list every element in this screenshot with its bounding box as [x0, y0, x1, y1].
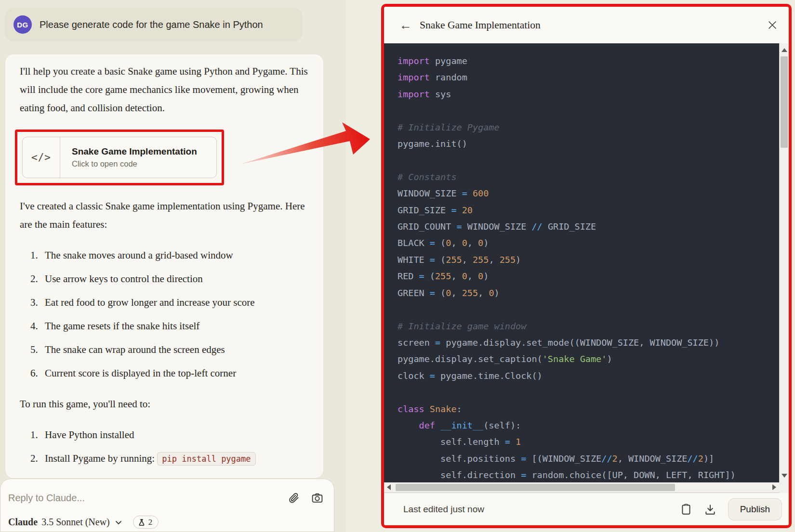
user-message-bubble: DG Please generate code for the game Sna…: [5, 8, 303, 41]
feature-item: The snake can wrap around the screen edg…: [30, 340, 264, 359]
feature-item: The snake moves around a grid-based wind…: [30, 246, 264, 264]
run-intro: To run this game, you'll need to:: [20, 395, 309, 413]
feature-item: Current score is displayed in the top-le…: [30, 364, 264, 382]
scroll-left-arrow[interactable]: [387, 484, 391, 490]
assistant-message-card: I'll help you create a basic Snake game …: [5, 54, 324, 479]
user-message-text: Please generate code for the game Snake …: [40, 19, 263, 30]
clipboard-icon: [680, 503, 692, 516]
run-steps-list: Have Python installed Install Pygame by …: [20, 426, 309, 468]
user-avatar: DG: [13, 15, 32, 34]
feature-list: The snake moves around a grid-based wind…: [20, 246, 309, 382]
features-intro: I've created a classic Snake game implem…: [20, 197, 309, 234]
artifact-title: Snake Game Implementation: [72, 146, 216, 157]
screenshot-button[interactable]: [311, 492, 323, 504]
reply-input[interactable]: Reply to Claude...: [8, 493, 288, 504]
close-button[interactable]: [765, 17, 780, 33]
vertical-scrollbar[interactable]: [779, 43, 789, 482]
panel-footer: Last edited just now Publish: [384, 493, 789, 525]
run-step: Have Python installed: [30, 426, 264, 444]
model-version: 3.5 Sonnet (New): [41, 517, 110, 528]
artifact-subtitle: Click to open code: [72, 159, 216, 169]
arrow-left-icon: ←: [399, 18, 412, 33]
scroll-up-arrow[interactable]: [782, 48, 787, 52]
paperclip-icon: [288, 492, 300, 504]
panel-title: Snake Game Implementation: [420, 7, 541, 43]
camera-icon: [311, 492, 323, 504]
close-icon: [767, 20, 778, 30]
attach-button[interactable]: [288, 492, 300, 504]
model-selector[interactable]: Claude 3.5 Sonnet (New) 2: [8, 516, 159, 529]
code-icon: </>: [31, 152, 51, 163]
badge-count: 2: [148, 518, 153, 527]
download-icon: [704, 503, 716, 516]
chevron-down-icon: [115, 519, 122, 526]
download-button[interactable]: [704, 503, 716, 516]
inline-code: pip install pygame: [157, 452, 255, 466]
scrollbar-corner: [779, 482, 789, 493]
panel-header: ← Snake Game Implementation: [384, 7, 789, 43]
code-content: import pygameimport randomimport sys # I…: [384, 43, 779, 482]
last-edited-status: Last edited just now: [403, 504, 484, 515]
feature-item: The game resets if the snake hits itself: [30, 317, 264, 335]
flask-icon: [138, 519, 146, 526]
intro-paragraph: I'll help you create a basic Snake game …: [20, 62, 309, 117]
horizontal-scrollbar[interactable]: [384, 482, 779, 493]
artifact-icon-cell: </>: [23, 137, 60, 178]
scroll-down-arrow[interactable]: [782, 474, 787, 478]
model-name: Claude: [8, 517, 38, 528]
horizontal-scroll-thumb[interactable]: [396, 484, 675, 491]
vertical-scroll-thumb[interactable]: [781, 56, 788, 148]
artifact-panel-annotation-box: ← Snake Game Implementation import pygam…: [381, 4, 792, 528]
usage-badge[interactable]: 2: [133, 516, 159, 529]
app-window: DG Please generate code for the game Sna…: [0, 0, 795, 532]
feature-item: Eat red food to grow longer and increase…: [30, 293, 264, 311]
copy-button[interactable]: [680, 503, 692, 516]
publish-button[interactable]: Publish: [728, 498, 782, 520]
feature-item: Use arrow keys to control the direction: [30, 270, 264, 288]
back-button[interactable]: ←: [398, 7, 414, 43]
scroll-right-arrow[interactable]: [772, 484, 776, 490]
composer: Reply to Claude... Claude 3.5 So: [0, 479, 334, 532]
artifact-annotation-box: </> Snake Game Implementation Click to o…: [15, 130, 224, 185]
artifact-panel: ← Snake Game Implementation import pygam…: [384, 7, 789, 525]
run-step: Install Pygame by running: pip install p…: [30, 449, 264, 468]
code-viewer[interactable]: import pygameimport randomimport sys # I…: [384, 43, 779, 482]
artifact-card[interactable]: </> Snake Game Implementation Click to o…: [22, 137, 217, 178]
